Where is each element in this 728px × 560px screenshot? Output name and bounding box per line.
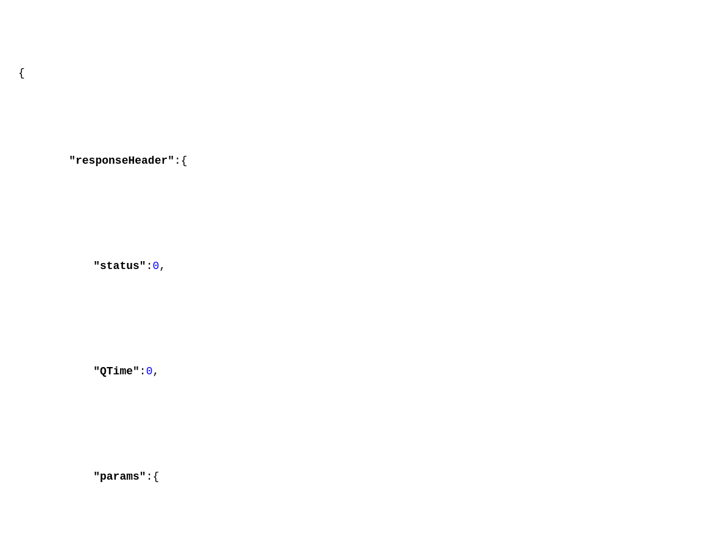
responseHeader-key-line: "responseHeader":{ [18,135,710,187]
json-viewer: { "responseHeader":{ "status":0, "QTime"… [18,12,710,560]
q-line: "q":"body_t:socialize", [18,556,710,560]
qtime-line: "QTime":0, [18,345,710,397]
root-open: { [18,65,710,82]
status-line: "status":0, [18,240,710,292]
params-key-line: "params":{ [18,450,710,503]
